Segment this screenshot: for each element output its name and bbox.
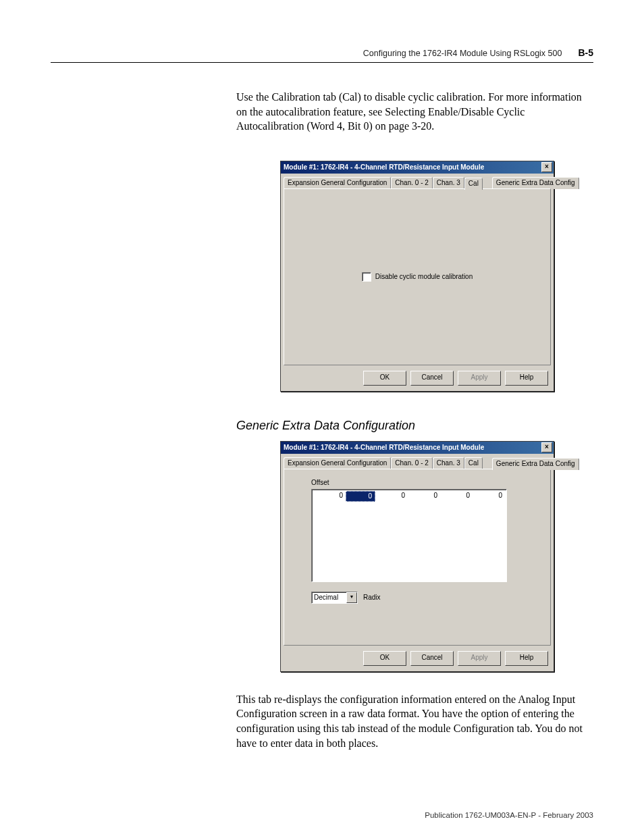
apply-button: Apply xyxy=(458,651,501,666)
tab-chan-3[interactable]: Chan. 3 xyxy=(433,457,464,469)
chevron-down-icon[interactable]: ▼ xyxy=(346,592,357,603)
offset-cell[interactable]: 0 xyxy=(408,491,440,500)
cal-panel: Disable cyclic module calibration xyxy=(284,188,551,365)
offset-grid[interactable]: 0 0 0 0 0 0 xyxy=(311,489,507,582)
close-icon[interactable]: × xyxy=(541,162,552,172)
tab-chan-0-2[interactable]: Chan. 0 - 2 xyxy=(391,177,432,189)
radix-selected-value: Decimal xyxy=(314,594,338,601)
offset-label: Offset xyxy=(311,479,538,486)
offset-cell[interactable]: 0 xyxy=(440,491,473,500)
tab-generic-extra[interactable]: Generic Extra Data Config xyxy=(492,458,579,470)
dialog-generic-tabs: Expansion General Configuration Chan. 0 … xyxy=(281,454,554,469)
help-button[interactable]: Help xyxy=(505,651,548,666)
cancel-button[interactable]: Cancel xyxy=(410,371,454,386)
tab-expansion-general[interactable]: Expansion General Configuration xyxy=(284,457,391,469)
header-chapter: Configuring the 1762-IR4 Module Using RS… xyxy=(363,49,562,58)
ok-button[interactable]: OK xyxy=(363,651,406,666)
offset-cell[interactable]: 0 xyxy=(473,491,505,500)
dialog-cal-titlebar[interactable]: Module #1: 1762-IR4 - 4-Channel RTD/Resi… xyxy=(281,161,554,174)
tab-expansion-general[interactable]: Expansion General Configuration xyxy=(284,177,391,189)
section-heading-generic: Generic Extra Data Configuration xyxy=(236,419,593,433)
page-header: Configuring the 1762-IR4 Module Using RS… xyxy=(51,47,593,58)
header-page-number: B-5 xyxy=(578,47,593,58)
tab-cal[interactable]: Cal xyxy=(464,178,483,190)
header-rule xyxy=(51,62,593,63)
offset-cell[interactable]: 0 xyxy=(375,491,408,500)
checkbox-icon[interactable] xyxy=(362,272,371,282)
cancel-button[interactable]: Cancel xyxy=(410,651,454,666)
disable-cyclic-checkbox-row[interactable]: Disable cyclic module calibration xyxy=(362,272,473,282)
offset-cell[interactable]: 0 xyxy=(313,491,346,500)
ok-button[interactable]: OK xyxy=(363,371,406,386)
tab-generic-extra[interactable]: Generic Extra Data Config xyxy=(492,177,579,189)
dialog-cal-title: Module #1: 1762-IR4 - 4-Channel RTD/Resi… xyxy=(284,163,541,171)
generic-panel: Offset 0 0 0 0 0 0 Decimal ▼ xyxy=(284,469,551,646)
tab-cal[interactable]: Cal xyxy=(464,457,483,469)
paragraph-cal-intro: Use the Calibration tab (Cal) to disable… xyxy=(236,90,593,134)
offset-cell-selected[interactable]: 0 xyxy=(346,491,375,502)
disable-cyclic-label: Disable cyclic module calibration xyxy=(375,273,473,280)
paragraph-generic-desc: This tab re-displays the configuration i… xyxy=(236,692,593,750)
dialog-generic-title: Module #1: 1762-IR4 - 4-Channel RTD/Resi… xyxy=(284,444,541,451)
dialog-generic-titlebar[interactable]: Module #1: 1762-IR4 - 4-Channel RTD/Resi… xyxy=(281,442,554,454)
tab-chan-0-2[interactable]: Chan. 0 - 2 xyxy=(391,457,432,469)
radix-label: Radix xyxy=(363,594,381,601)
radix-select[interactable]: Decimal ▼ xyxy=(311,592,358,604)
apply-button: Apply xyxy=(458,371,501,386)
dialog-generic-buttons: OK Cancel Apply Help xyxy=(281,648,554,671)
help-button[interactable]: Help xyxy=(505,371,548,386)
dialog-generic: Module #1: 1762-IR4 - 4-Channel RTD/Resi… xyxy=(280,441,554,672)
dialog-cal: Module #1: 1762-IR4 - 4-Channel RTD/Resi… xyxy=(280,161,554,392)
tab-chan-3[interactable]: Chan. 3 xyxy=(433,177,464,189)
close-icon[interactable]: × xyxy=(541,442,552,452)
dialog-cal-tabs: Expansion General Configuration Chan. 0 … xyxy=(281,174,554,188)
page-footer: Publication 1762-UM003A-EN-P - February … xyxy=(51,811,593,819)
dialog-cal-buttons: OK Cancel Apply Help xyxy=(281,368,554,391)
